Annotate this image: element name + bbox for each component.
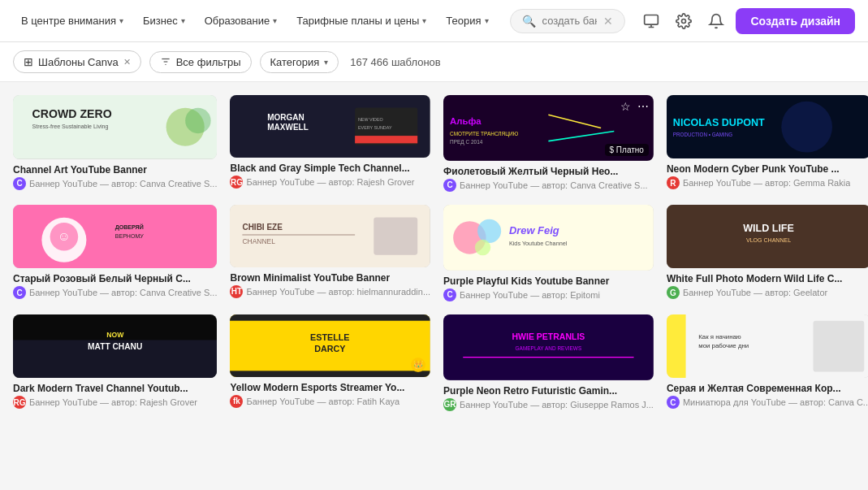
template-author-row-2: CБаннер YouTube — автор: Canva Creative … (443, 179, 654, 192)
template-info-6: Brown Minimalist YouTube BannerHTБаннер … (230, 267, 430, 298)
template-card-10[interactable]: NOW MATT CHANU Dark Modern Travel Channe… (13, 314, 217, 411)
template-card-7[interactable]: Drew Feig Kids Youtube Channel Purple Pl… (443, 205, 654, 301)
svg-rect-0 (645, 15, 659, 24)
nav-attention[interactable]: В центре внимания ▾ (13, 10, 132, 32)
template-author-row-11: fkБаннер YouTube — автор: Fatih Kaya (230, 395, 430, 408)
template-thumbnail-8: WILD LIFE VLOG CHANNEL (667, 205, 868, 268)
svg-text:MATT CHANU: MATT CHANU (88, 342, 142, 351)
author-avatar-1: RG (230, 176, 243, 189)
template-card-3[interactable]: NICOLAS DUPONT PRODUCTION • GAMING Neon … (667, 95, 868, 192)
template-author-row-5: CБаннер YouTube — автор: Canva Creative … (13, 286, 217, 299)
template-thumbnail-5: ☺ ДОВЕРЯЙ ВЕРНОМУ (13, 205, 217, 269)
nav-education-chevron: ▾ (273, 16, 277, 25)
svg-text:ПРЕД С 2014: ПРЕД С 2014 (450, 139, 483, 145)
svg-text:HWIE PETRANLIS: HWIE PETRANLIS (512, 331, 585, 340)
template-info-0: Channel Art YouTube BannerCБаннер YouTub… (13, 159, 217, 190)
author-avatar-12: GR (443, 398, 456, 411)
author-avatar-3: R (667, 176, 680, 189)
template-info-11: Yellow Modern Esports Streamer Yo...fkБа… (230, 377, 430, 408)
svg-text:MORGAN: MORGAN (268, 113, 305, 122)
template-title-6: Brown Minimalist YouTube Banner (230, 272, 430, 284)
template-sub-2: Баннер YouTube — автор: Canva Creative S… (460, 180, 647, 190)
nav-theory-chevron: ▾ (485, 16, 489, 25)
template-title-5: Старый Розовый Белый Черный С... (13, 273, 217, 284)
svg-text:Kids Youtube Channel: Kids Youtube Channel (509, 240, 568, 247)
template-thumbnail-6: CHIBI EZE CHANNEL (230, 205, 430, 267)
search-input[interactable] (542, 15, 598, 27)
author-avatar-5: C (13, 286, 26, 299)
nav-business-label: Бизнес (143, 15, 178, 27)
template-author-row-8: GБаннер YouTube — автор: Geelator (667, 286, 868, 299)
svg-rect-70 (667, 314, 686, 378)
more-options-icon[interactable]: ⋯ (637, 100, 649, 113)
svg-text:EVERY SUNDAY: EVERY SUNDAY (358, 125, 392, 130)
template-sub-3: Баннер YouTube — автор: Gemma Rakia (683, 178, 850, 188)
template-info-12: Purple Neon Retro Futuristic Gamin...GRБ… (443, 380, 654, 411)
filter-row: ⊞ Шаблоны Canva ✕ Все фильтры Категория … (0, 42, 868, 82)
template-info-7: Purple Playful Kids Youtube BannerCБанне… (443, 271, 654, 301)
template-sub-6: Баннер YouTube — автор: hielmannuraddin.… (246, 287, 430, 297)
svg-text:DARCY: DARCY (315, 344, 346, 353)
template-card-2[interactable]: Альфа СМОТРИТЕ ТРАНСЛЯЦИЮ ПРЕД С 2014 $ … (443, 95, 654, 192)
svg-text:СМОТРИТЕ ТРАНСЛЯЦИЮ: СМОТРИТЕ ТРАНСЛЯЦИЮ (450, 131, 519, 137)
template-author-row-0: CБаннер YouTube — автор: Canva Creative … (13, 177, 217, 190)
template-title-13: Серая и Желтая Современная Кор... (667, 383, 868, 394)
svg-text:ESTELLE: ESTELLE (311, 332, 350, 342)
bookmark-icon[interactable]: ☆ (620, 100, 631, 113)
svg-rect-41 (374, 217, 418, 254)
template-card-12[interactable]: HWIE PETRANLIS GAMEPLAY AND REVIEWS Purp… (443, 314, 654, 411)
template-card-6[interactable]: CHIBI EZE CHANNEL Brown Minimalist YouTu… (230, 205, 430, 301)
svg-point-1 (682, 19, 686, 23)
svg-text:Drew Feig: Drew Feig (509, 224, 559, 236)
svg-text:ВЕРНОМУ: ВЕРНОМУ (115, 233, 145, 239)
svg-text:Альфа: Альфа (450, 116, 482, 126)
bell-icon-btn[interactable] (703, 8, 729, 34)
template-sub-8: Баннер YouTube — автор: Geelator (683, 288, 827, 297)
author-avatar-2: C (443, 179, 456, 192)
template-card-11[interactable]: ESTELLE DARCY 👑Yellow Modern Esports Str… (230, 314, 430, 411)
template-thumbnail-11: ESTELLE DARCY 👑 (230, 314, 430, 377)
svg-text:CHANNEL: CHANNEL (243, 237, 276, 245)
template-thumbnail-7: Drew Feig Kids Youtube Channel (443, 205, 654, 271)
template-author-row-13: CМиниатюра для YouTube — автор: Canva C.… (667, 396, 868, 409)
template-card-13[interactable]: Как я начинаю мои рабочие дни Серая и Же… (667, 314, 868, 411)
create-design-button[interactable]: Создать дизайн (736, 8, 855, 34)
template-info-3: Neon Modern Cyber Punk YouTube ...RБанне… (667, 158, 868, 189)
canva-templates-label: Шаблоны Canva (38, 56, 119, 68)
template-card-5[interactable]: ☺ ДОВЕРЯЙ ВЕРНОМУ Старый Розовый Белый Ч… (13, 205, 217, 301)
nav-theory[interactable]: Теория ▾ (438, 10, 496, 32)
author-avatar-11: fk (230, 395, 243, 408)
template-sub-13: Миниатюра для YouTube — автор: Canva C..… (683, 397, 868, 407)
nav-theory-label: Теория (446, 15, 481, 27)
clear-search-icon[interactable]: ✕ (603, 15, 613, 28)
template-card-0[interactable]: CROWD ZERO Stress-free Sustainable Livin… (13, 95, 217, 192)
category-dropdown[interactable]: Категория ▾ (260, 51, 339, 73)
template-sub-0: Баннер YouTube — автор: Canva Creative S… (29, 179, 217, 189)
template-author-row-10: RGБаннер YouTube — автор: Rajesh Grover (13, 396, 217, 409)
svg-point-9 (185, 108, 210, 133)
author-avatar-10: RG (13, 396, 26, 409)
template-info-8: White Full Photo Modern Wild Life C...GБ… (667, 268, 868, 299)
svg-point-24 (781, 102, 832, 153)
template-thumbnail-10: NOW MATT CHANU (13, 314, 217, 379)
all-filters-button[interactable]: Все фильтры (149, 51, 252, 73)
canva-templates-chip[interactable]: ⊞ Шаблоны Canva ✕ (13, 50, 141, 73)
author-avatar-8: G (667, 286, 680, 299)
svg-text:NICOLAS DUPONT: NICOLAS DUPONT (673, 117, 765, 128)
template-thumbnail-0: CROWD ZERO Stress-free Sustainable Livin… (13, 95, 217, 159)
template-card-1[interactable]: MORGAN MAXWELL NEW VIDEO EVERY SUNDAY Bl… (230, 95, 430, 192)
template-card-8[interactable]: WILD LIFE VLOG CHANNEL White Full Photo … (667, 205, 868, 301)
nav-education[interactable]: Образование ▾ (196, 10, 286, 32)
remove-canva-templates-icon[interactable]: ✕ (123, 57, 131, 67)
monitor-icon (643, 13, 659, 29)
gear-icon (676, 13, 692, 29)
nav-pricing[interactable]: Тарифные планы и цены ▾ (288, 10, 434, 32)
crown-badge: 👑 (411, 358, 425, 372)
template-info-1: Black and Gray Simple Tech Channel...RGБ… (230, 158, 430, 189)
svg-text:PRODUCTION • GAMING: PRODUCTION • GAMING (673, 132, 732, 137)
nav-business[interactable]: Бизнес ▾ (135, 10, 193, 32)
svg-text:GAMEPLAY AND REVIEWS: GAMEPLAY AND REVIEWS (516, 345, 582, 351)
template-sub-1: Баннер YouTube — автор: Rajesh Grover (246, 177, 414, 187)
settings-icon-btn[interactable] (671, 8, 697, 34)
monitor-icon-btn[interactable] (638, 8, 664, 34)
